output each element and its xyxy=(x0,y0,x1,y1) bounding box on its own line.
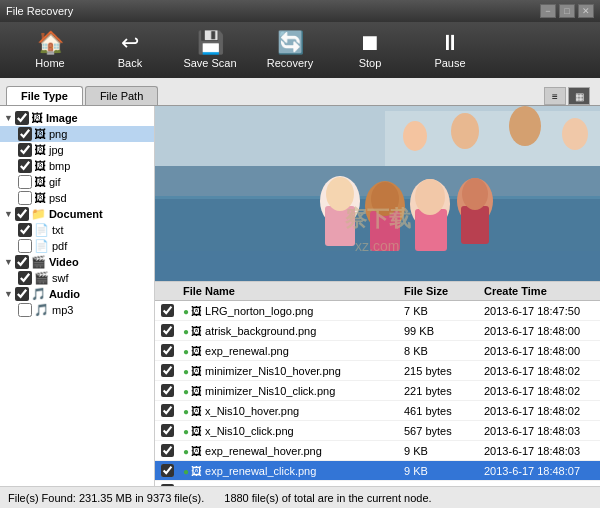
file-row[interactable]: ●🖼minimizer_Nis10_click.png221 bytes2013… xyxy=(155,381,600,401)
tree-label-psd: psd xyxy=(49,192,67,204)
tree-check-psd[interactable] xyxy=(18,191,32,205)
tree-item-gif[interactable]: 🖼 gif xyxy=(0,174,154,190)
header-check xyxy=(155,282,179,300)
file-row[interactable]: ●🖼background_silver2.png1 KB2013-6-17 18… xyxy=(155,481,600,486)
save-scan-button[interactable]: 💾 Save Scan xyxy=(170,23,250,77)
header-filename: File Name xyxy=(179,282,400,300)
home-button[interactable]: 🏠 Home xyxy=(10,23,90,77)
file-type-icon: 🖼 xyxy=(191,365,202,377)
file-row[interactable]: ●🖼x_Nis10_hover.png461 bytes2013-6-17 18… xyxy=(155,401,600,421)
tree-item-pdf[interactable]: 📄 pdf xyxy=(0,238,154,254)
file-row[interactable]: ●🖼atrisk_background.png99 KB2013-6-17 18… xyxy=(155,321,600,341)
file-check[interactable] xyxy=(161,484,174,486)
file-check[interactable] xyxy=(161,324,174,337)
tree-label-bmp: bmp xyxy=(49,160,70,172)
expand-video-icon: ▼ xyxy=(4,257,13,267)
file-name: ●🖼minimizer_Nis10_click.png xyxy=(179,382,400,400)
file-list-container: File Name File Size Create Time ●🖼LRG_no… xyxy=(155,281,600,486)
tree-item-bmp[interactable]: 🖼 bmp xyxy=(0,158,154,174)
file-check[interactable] xyxy=(161,404,174,417)
audio-folder-icon: 🎵 xyxy=(31,287,46,301)
grid-view-button[interactable]: ▦ xyxy=(568,87,590,105)
tree-check-swf[interactable] xyxy=(18,271,32,285)
right-panel: 察下载 xz.com File Name File Size Create Ti… xyxy=(155,106,600,486)
tree-item-txt[interactable]: 📄 txt xyxy=(0,222,154,238)
file-check[interactable] xyxy=(161,464,174,477)
file-tree-panel: ▼ 🖼 Image 🖼 png 🖼 jpg 🖼 bmp 🖼 gif 🖼 xyxy=(0,106,155,486)
file-name: ●🖼atrisk_background.png xyxy=(179,322,400,340)
tab-file-path[interactable]: File Path xyxy=(85,86,158,105)
tree-check-image[interactable] xyxy=(15,111,29,125)
file-size: 9 KB xyxy=(400,442,480,460)
maximize-button[interactable]: □ xyxy=(559,4,575,18)
tree-check-audio[interactable] xyxy=(15,287,29,301)
file-name: ●🖼x_Nis10_hover.png xyxy=(179,402,400,420)
file-type-icon: 🖼 xyxy=(191,345,202,357)
file-list-header: File Name File Size Create Time xyxy=(155,282,600,301)
tab-file-type[interactable]: File Type xyxy=(6,86,83,105)
list-view-button[interactable]: ≡ xyxy=(544,87,566,105)
tree-item-png[interactable]: 🖼 png xyxy=(0,126,154,142)
tree-check-mp3[interactable] xyxy=(18,303,32,317)
tree-item-jpg[interactable]: 🖼 jpg xyxy=(0,142,154,158)
document-folder-icon: 📁 xyxy=(31,207,46,221)
tree-item-image[interactable]: ▼ 🖼 Image xyxy=(0,110,154,126)
minimize-button[interactable]: − xyxy=(540,4,556,18)
tree-check-txt[interactable] xyxy=(18,223,32,237)
tree-item-mp3[interactable]: 🎵 mp3 xyxy=(0,302,154,318)
tree-item-video[interactable]: ▼ 🎬 Video xyxy=(0,254,154,270)
file-type-icon: 🖼 xyxy=(191,445,202,457)
pause-button[interactable]: ⏸ Pause xyxy=(410,23,490,77)
tree-check-bmp[interactable] xyxy=(18,159,32,173)
header-filesize: File Size xyxy=(400,282,480,300)
tree-check-video[interactable] xyxy=(15,255,29,269)
file-check[interactable] xyxy=(161,384,174,397)
tree-check-gif[interactable] xyxy=(18,175,32,189)
tree-check-png[interactable] xyxy=(18,127,32,141)
file-check[interactable] xyxy=(161,364,174,377)
tree-check-document[interactable] xyxy=(15,207,29,221)
tree-label-image: Image xyxy=(46,112,78,124)
back-icon: ↩ xyxy=(121,32,139,54)
tree-check-pdf[interactable] xyxy=(18,239,32,253)
recovery-button[interactable]: 🔄 Recovery xyxy=(250,23,330,77)
file-size: 7 KB xyxy=(400,302,480,320)
file-check[interactable] xyxy=(161,304,174,317)
close-button[interactable]: ✕ xyxy=(578,4,594,18)
file-row[interactable]: ●🖼x_Nis10_click.png567 bytes2013-6-17 18… xyxy=(155,421,600,441)
expand-audio-icon: ▼ xyxy=(4,289,13,299)
file-name: ●🖼minimizer_Nis10_hover.png xyxy=(179,362,400,380)
tree-item-audio[interactable]: ▼ 🎵 Audio xyxy=(0,286,154,302)
svg-point-17 xyxy=(415,179,445,215)
back-button[interactable]: ↩ Back xyxy=(90,23,170,77)
file-row[interactable]: ●🖼minimizer_Nis10_hover.png215 bytes2013… xyxy=(155,361,600,381)
status-dot-icon: ● xyxy=(183,446,189,457)
file-size: 221 bytes xyxy=(400,382,480,400)
tree-label-txt: txt xyxy=(52,224,64,236)
file-row[interactable]: ●🖼LRG_norton_logo.png7 KB2013-6-17 18:47… xyxy=(155,301,600,321)
file-row[interactable]: ●🖼exp_renewal_hover.png9 KB2013-6-17 18:… xyxy=(155,441,600,461)
window-title: File Recovery xyxy=(6,5,73,17)
status-dot-icon: ● xyxy=(183,426,189,437)
file-check[interactable] xyxy=(161,344,174,357)
title-bar: File Recovery − □ ✕ xyxy=(0,0,600,22)
tree-item-psd[interactable]: 🖼 psd xyxy=(0,190,154,206)
tree-label-mp3: mp3 xyxy=(52,304,73,316)
file-row[interactable]: ●🖼exp_renewal.png8 KB2013-6-17 18:48:00 xyxy=(155,341,600,361)
file-create-time: 2013-6-17 18:48:09 xyxy=(480,482,600,487)
video-folder-icon: 🎬 xyxy=(31,255,46,269)
file-name: ●🖼exp_renewal_click.png xyxy=(179,462,400,480)
tree-check-jpg[interactable] xyxy=(18,143,32,157)
stop-button[interactable]: ⏹ Stop xyxy=(330,23,410,77)
tree-item-document[interactable]: ▼ 📁 Document xyxy=(0,206,154,222)
file-check[interactable] xyxy=(161,444,174,457)
file-check[interactable] xyxy=(161,424,174,437)
file-type-icon: 🖼 xyxy=(191,405,202,417)
status-dot-icon: ● xyxy=(183,386,189,397)
status-node-info: 1880 file(s) of total are in the current… xyxy=(224,492,431,504)
file-row[interactable]: ●🖼exp_renewal_click.png9 KB2013-6-17 18:… xyxy=(155,461,600,481)
file-size: 8 KB xyxy=(400,342,480,360)
tree-item-swf[interactable]: 🎬 swf xyxy=(0,270,154,286)
file-create-time: 2013-6-17 18:48:03 xyxy=(480,422,600,440)
status-bar: File(s) Found: 231.35 MB in 9373 file(s)… xyxy=(0,486,600,508)
